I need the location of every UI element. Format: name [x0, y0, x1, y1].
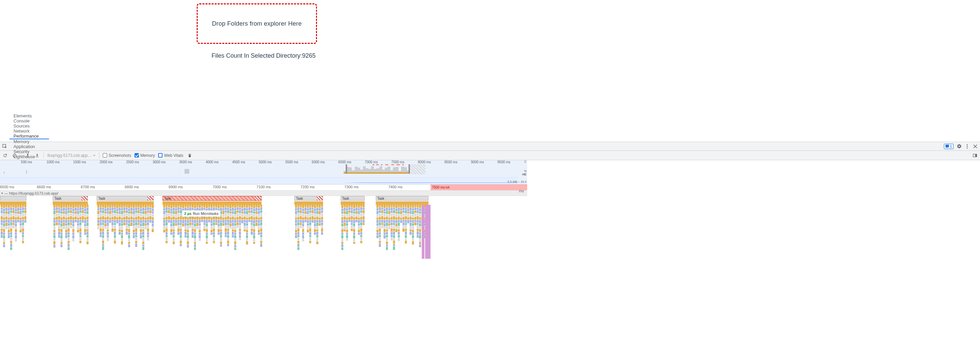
flame-column[interactable] [227, 205, 229, 247]
console-messages-badge[interactable]: 1 [944, 144, 954, 149]
flame-column[interactable] [150, 205, 151, 223]
flame-column[interactable] [210, 205, 213, 235]
flame-column[interactable] [97, 205, 99, 230]
flame-column[interactable] [304, 205, 307, 223]
flame-column[interactable] [243, 205, 246, 232]
flame-column[interactable] [10, 205, 12, 250]
flame-column[interactable] [53, 205, 56, 248]
task-segment[interactable]: Task [97, 196, 154, 201]
flame-column[interactable] [192, 205, 194, 238]
flame-column[interactable] [123, 205, 126, 226]
flame-column[interactable] [111, 205, 113, 232]
flame-column[interactable] [24, 205, 26, 223]
flame-column[interactable] [251, 205, 253, 235]
flame-column[interactable] [104, 205, 107, 229]
tab-network[interactable]: Network [10, 128, 49, 134]
flame-column[interactable] [135, 205, 137, 247]
flame-column[interactable] [348, 205, 350, 222]
close-devtools-icon[interactable] [972, 144, 978, 149]
flame-column[interactable] [175, 205, 177, 226]
flame-column[interactable] [314, 205, 316, 235]
flame-column[interactable] [130, 205, 132, 226]
flame-column[interactable] [22, 205, 24, 244]
scripting-bar[interactable] [376, 201, 428, 205]
flame-column[interactable] [165, 205, 168, 244]
reload-record-icon[interactable] [2, 152, 8, 158]
flame-column[interactable] [419, 205, 421, 248]
flame-column[interactable] [307, 205, 309, 233]
flame-column[interactable] [177, 205, 180, 235]
flame-column[interactable] [391, 205, 393, 241]
tab-sources[interactable]: Sources [10, 123, 49, 128]
flame-column[interactable] [405, 205, 407, 244]
flame-column[interactable] [393, 205, 395, 250]
flame-column[interactable] [298, 205, 299, 250]
flame-column[interactable] [258, 205, 260, 235]
detail-ruler[interactable]: 6500 ms6600 ms6700 ms6800 ms6900 ms7000 … [0, 185, 527, 191]
flame-column[interactable] [58, 205, 60, 238]
flame-column[interactable] [218, 205, 220, 235]
flame-column[interactable] [358, 205, 360, 235]
flame-column[interactable] [86, 205, 89, 245]
flame-column[interactable] [140, 205, 142, 239]
flame-column[interactable] [75, 205, 77, 223]
scripting-bar[interactable] [53, 201, 88, 205]
sidebar-toggle-icon[interactable] [972, 152, 978, 158]
flame-column[interactable] [126, 205, 128, 235]
flame-column[interactable] [309, 205, 311, 244]
flame-column[interactable] [400, 205, 402, 223]
flame-column[interactable] [417, 205, 419, 238]
flame-column[interactable] [63, 205, 65, 229]
scripting-bar[interactable] [0, 201, 26, 205]
flame-column[interactable] [17, 205, 19, 223]
profile-source-dropdown[interactable]: 8uqmgg-5173.csb.app… [47, 153, 95, 158]
garbage-collect-icon[interactable] [186, 152, 192, 158]
flame-column[interactable] [225, 205, 227, 237]
memory-checkbox[interactable]: Memory [135, 153, 155, 158]
flame-column[interactable] [173, 205, 175, 245]
flame-column[interactable] [379, 205, 381, 247]
flame-column[interactable] [13, 205, 14, 229]
flame-column[interactable] [302, 205, 304, 242]
flame-column[interactable] [241, 205, 243, 224]
flame-column[interactable] [248, 205, 250, 222]
flame-column[interactable] [114, 205, 116, 244]
flame-column[interactable] [381, 205, 383, 229]
flame-column[interactable] [107, 205, 109, 242]
flame-column[interactable] [116, 205, 118, 224]
tab-security[interactable]: Security [10, 149, 49, 154]
flame-column[interactable] [346, 205, 348, 241]
flame-column[interactable] [128, 205, 130, 248]
flame-column[interactable] [237, 205, 239, 228]
flame-column[interactable] [398, 205, 400, 242]
flame-column[interactable] [8, 205, 10, 239]
flame-column[interactable] [316, 205, 318, 245]
flame-column[interactable] [72, 205, 74, 242]
tab-elements[interactable]: Elements [10, 113, 49, 119]
scripting-bar[interactable] [97, 201, 154, 205]
folder-drop-zone[interactable]: Drop Folders from explorer Here [197, 3, 317, 44]
flame-column[interactable] [196, 205, 198, 229]
flame-column[interactable] [70, 205, 72, 229]
flame-column[interactable] [428, 205, 431, 259]
flame-column[interactable] [185, 205, 186, 238]
flame-column[interactable] [82, 205, 84, 223]
flame-column[interactable] [377, 205, 379, 239]
flame-column[interactable] [65, 205, 67, 239]
flame-column[interactable] [360, 205, 362, 244]
tab-console[interactable]: Console [10, 119, 49, 123]
flame-column[interactable] [56, 205, 58, 226]
inspect-element-icon[interactable] [2, 143, 8, 150]
flame-column[interactable] [234, 205, 236, 250]
flame-column[interactable] [256, 205, 258, 226]
flame-column[interactable] [402, 205, 404, 232]
flame-column[interactable] [77, 205, 79, 233]
flame-column[interactable] [253, 205, 255, 244]
flame-column[interactable] [20, 205, 22, 233]
tab-lighthouse[interactable]: Lighthouse [10, 154, 49, 159]
flame-column[interactable] [260, 205, 262, 247]
flame-column[interactable] [68, 205, 70, 250]
task-segment[interactable] [0, 196, 26, 201]
flame-column[interactable] [395, 205, 398, 232]
flame-column[interactable] [319, 205, 321, 226]
